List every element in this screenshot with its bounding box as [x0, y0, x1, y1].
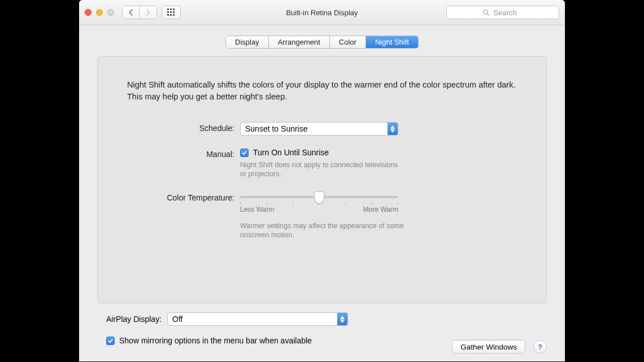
tab-color[interactable]: Color — [330, 36, 366, 48]
color-temp-label: Color Temperature: — [127, 191, 234, 202]
manual-help-text: Night Shift does not apply to connected … — [240, 160, 404, 179]
select-arrows-icon — [388, 123, 398, 135]
svg-rect-6 — [167, 14, 169, 16]
svg-rect-4 — [170, 11, 172, 13]
svg-line-10 — [487, 14, 489, 15]
airplay-select[interactable]: Off — [167, 312, 348, 326]
schedule-value: Sunset to Sunrise — [241, 123, 388, 135]
svg-rect-1 — [170, 8, 172, 10]
slider-max-label: More Warm — [363, 206, 398, 213]
svg-rect-2 — [173, 8, 175, 10]
content-area: Display Arrangement Color Night Shift Ni… — [79, 25, 565, 361]
back-button[interactable] — [123, 6, 140, 19]
search-icon — [482, 9, 489, 16]
close-window-button[interactable] — [85, 9, 92, 16]
nav-back-forward — [122, 6, 157, 19]
check-icon — [241, 150, 247, 156]
color-temp-slider[interactable]: Less Warm More Warm — [240, 196, 398, 213]
svg-rect-8 — [173, 14, 175, 16]
tab-night-shift[interactable]: Night Shift — [366, 36, 418, 48]
gather-windows-button[interactable]: Gather Windows — [452, 340, 525, 354]
chevron-right-icon — [146, 9, 151, 16]
color-temp-help-text: Warmer settings may affect the appearanc… — [240, 221, 404, 240]
search-field[interactable] — [446, 6, 559, 19]
traffic-lights — [85, 9, 114, 16]
select-arrows-icon — [337, 313, 347, 325]
night-shift-description: Night Shift automatically shifts the col… — [127, 79, 517, 103]
zoom-window-button[interactable] — [107, 9, 114, 16]
forward-button[interactable] — [140, 6, 156, 19]
check-icon — [107, 338, 114, 344]
mirroring-checkbox[interactable] — [106, 337, 115, 345]
manual-checkbox[interactable] — [240, 149, 249, 157]
show-all-button[interactable] — [162, 6, 181, 19]
mirroring-label: Show mirroring options in the menu bar w… — [119, 336, 312, 345]
grid-icon — [167, 8, 175, 16]
schedule-select[interactable]: Sunset to Sunrise — [240, 122, 398, 136]
svg-rect-3 — [167, 11, 169, 13]
minimize-window-button[interactable] — [96, 9, 103, 16]
night-shift-panel: Night Shift automatically shifts the col… — [97, 56, 547, 303]
preferences-window: Built-in Retina Display Display Arrangem… — [79, 0, 565, 361]
chevron-left-icon — [128, 9, 133, 16]
svg-rect-5 — [173, 11, 175, 13]
airplay-label: AirPlay Display: — [106, 315, 162, 324]
svg-rect-0 — [167, 8, 169, 10]
tab-arrangement[interactable]: Arrangement — [269, 36, 330, 48]
help-button[interactable]: ? — [533, 340, 547, 354]
manual-checkbox-label: Turn On Until Sunrise — [253, 148, 329, 157]
search-input[interactable] — [493, 8, 524, 18]
svg-rect-7 — [170, 14, 172, 16]
slider-min-label: Less Warm — [240, 206, 274, 213]
manual-label: Manual: — [127, 148, 234, 159]
schedule-label: Schedule: — [127, 122, 234, 133]
titlebar: Built-in Retina Display — [79, 0, 565, 25]
tab-display[interactable]: Display — [226, 36, 269, 48]
airplay-value: Off — [168, 313, 337, 325]
tab-bar: Display Arrangement Color Night Shift — [97, 36, 547, 49]
svg-point-9 — [483, 10, 488, 15]
